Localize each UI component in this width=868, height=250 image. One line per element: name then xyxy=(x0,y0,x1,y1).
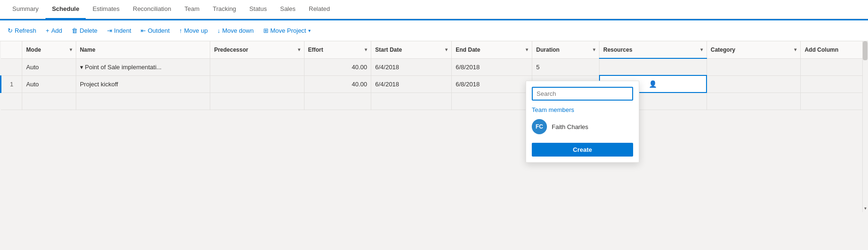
sort-icon-effort: ▾ xyxy=(365,47,367,52)
col-header-end-date[interactable]: End Date ▾ xyxy=(452,41,532,58)
table-header-row: Mode ▾ Name Predecessor ▾ xyxy=(1,41,868,58)
cell-category-1[interactable] xyxy=(707,75,800,93)
cell-add-col-2 xyxy=(801,93,868,110)
tab-related[interactable]: Related xyxy=(302,0,337,19)
tab-reconciliation[interactable]: Reconciliation xyxy=(126,0,178,19)
top-nav: Summary Schedule Estimates Reconciliatio… xyxy=(0,0,868,19)
toolbar: ↻ Refresh + Add 🗑 Delete ⇥ Indent ⇤ Outd… xyxy=(0,20,868,41)
col-header-start-date[interactable]: Start Date ▾ xyxy=(371,41,452,58)
tab-schedule[interactable]: Schedule xyxy=(45,0,86,19)
chevron-down-icon: ▾ xyxy=(308,28,311,33)
trash-icon: 🗑 xyxy=(72,27,78,34)
cell-name-1[interactable]: Project kickoff xyxy=(76,75,210,93)
cell-mode-0[interactable]: Auto xyxy=(22,58,76,75)
move-project-button[interactable]: ⊞ Move Project ▾ xyxy=(260,25,314,36)
tab-sales[interactable]: Sales xyxy=(273,0,302,19)
move-down-button[interactable]: ↓ Move down xyxy=(214,25,258,36)
cell-name-0[interactable]: ▾ Point of Sale implementati... xyxy=(76,58,210,75)
table-row: Auto ▾ Point of Sale implementati... 40.… xyxy=(1,58,868,75)
cell-effort-1[interactable]: 40.00 xyxy=(304,75,371,93)
tab-tracking[interactable]: Tracking xyxy=(206,0,242,19)
refresh-icon: ↻ xyxy=(8,27,13,34)
cell-category-2[interactable] xyxy=(707,93,800,110)
team-members-label: Team members xyxy=(532,106,633,113)
avatar: FC xyxy=(532,119,547,134)
tab-estimates[interactable]: Estimates xyxy=(86,0,126,19)
scrollbar-arrow-down[interactable]: ▼ xyxy=(862,204,868,212)
cell-mode-1[interactable]: Auto xyxy=(22,75,76,93)
cell-name-2[interactable] xyxy=(76,93,210,110)
sort-icon-end-date: ▾ xyxy=(526,47,528,52)
col-header-resources[interactable]: Resources ▾ xyxy=(600,41,707,58)
add-icon: + xyxy=(46,27,50,34)
move-project-icon: ⊞ xyxy=(263,27,268,34)
sort-icon-predecessor: ▾ xyxy=(298,47,300,52)
cell-category-0[interactable] xyxy=(707,58,800,75)
move-up-button[interactable]: ↑ Move up xyxy=(175,25,211,36)
cell-effort-0[interactable]: 40.00 xyxy=(304,58,371,75)
tab-status[interactable]: Status xyxy=(243,0,274,19)
sort-icon-resources: ▾ xyxy=(700,47,703,52)
col-header-predecessor[interactable]: Predecessor ▾ xyxy=(210,41,304,58)
member-name: Faith Charles xyxy=(552,123,588,130)
col-header-duration[interactable]: Duration ▾ xyxy=(532,41,600,58)
col-header-row-num xyxy=(1,41,22,58)
arrow-up-icon: ↑ xyxy=(179,27,182,34)
indent-icon: ⇥ xyxy=(107,27,112,34)
col-header-mode[interactable]: Mode ▾ xyxy=(22,41,76,58)
scrollbar-track: ▲ ▼ xyxy=(862,41,868,212)
col-header-category[interactable]: Category ▾ xyxy=(707,41,800,58)
person-icon: 👤 xyxy=(649,80,657,88)
cell-effort-2[interactable] xyxy=(304,93,371,110)
sort-icon-mode: ▾ xyxy=(70,47,72,52)
tab-summary[interactable]: Summary xyxy=(6,0,45,19)
member-row[interactable]: FC Faith Charles xyxy=(532,117,633,136)
cell-predecessor-2[interactable] xyxy=(210,93,304,110)
table-row xyxy=(1,93,868,110)
col-header-name[interactable]: Name xyxy=(76,41,210,58)
cell-add-col-1 xyxy=(801,75,868,93)
resources-dropdown: Team members FC Faith Charles Create xyxy=(526,81,639,163)
cell-end-date-1[interactable]: 6/8/2018 xyxy=(452,75,532,93)
cell-predecessor-1[interactable] xyxy=(210,75,304,93)
create-button[interactable]: Create xyxy=(532,143,633,157)
indent-button[interactable]: ⇥ Indent xyxy=(103,25,135,36)
outdent-icon: ⇤ xyxy=(141,27,146,34)
cell-mode-2[interactable] xyxy=(22,93,76,110)
sort-icon-duration: ▾ xyxy=(593,47,595,52)
table-row: 1 Auto Project kickoff 40.00 6/4/2018 6/… xyxy=(1,75,868,93)
scrollbar-thumb[interactable] xyxy=(863,41,868,60)
col-header-effort[interactable]: Effort ▾ xyxy=(304,41,371,58)
col-header-add-column[interactable]: Add Column xyxy=(801,41,868,58)
schedule-table: Mode ▾ Name Predecessor ▾ xyxy=(0,41,868,110)
cell-row-num-1: 1 xyxy=(1,75,22,93)
cell-start-date-0[interactable]: 6/4/2018 xyxy=(371,58,452,75)
arrow-down-icon: ↓ xyxy=(217,27,221,34)
cell-end-date-2[interactable] xyxy=(452,93,532,110)
add-button[interactable]: + Add xyxy=(42,25,66,36)
cell-add-col-0 xyxy=(801,58,868,75)
refresh-button[interactable]: ↻ Refresh xyxy=(4,25,40,36)
cell-start-date-2[interactable] xyxy=(371,93,452,110)
outdent-button[interactable]: ⇤ Outdent xyxy=(137,25,173,36)
schedule-table-area: Mode ▾ Name Predecessor ▾ xyxy=(0,41,868,212)
search-input[interactable] xyxy=(532,87,633,101)
cell-row-num-2 xyxy=(1,93,22,110)
cell-resources-0[interactable] xyxy=(600,58,707,75)
cell-duration-0[interactable]: 5 xyxy=(532,58,600,75)
cell-row-num-0 xyxy=(1,58,22,75)
cell-start-date-1[interactable]: 6/4/2018 xyxy=(371,75,452,93)
sort-icon-start-date: ▾ xyxy=(445,47,447,52)
cell-predecessor-0[interactable] xyxy=(210,58,304,75)
delete-button[interactable]: 🗑 Delete xyxy=(68,25,101,36)
cell-end-date-0[interactable]: 6/8/2018 xyxy=(452,58,532,75)
tab-team[interactable]: Team xyxy=(178,0,206,19)
sort-icon-category: ▾ xyxy=(794,47,796,52)
